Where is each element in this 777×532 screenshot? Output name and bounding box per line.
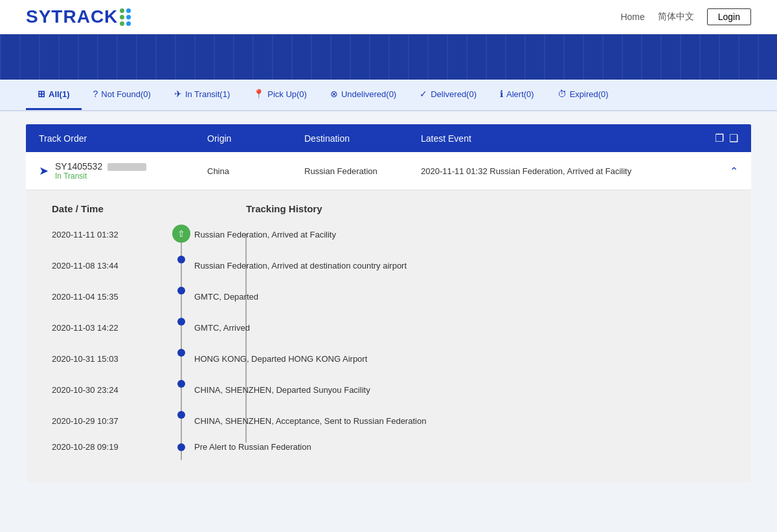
logo-dots [120, 8, 134, 26]
timeline-dot [177, 411, 185, 419]
timeline-dot [177, 349, 185, 357]
logo-dot-3 [120, 15, 124, 19]
event-description: Russian Federation, Arrived at destinati… [194, 261, 725, 271]
timeline-dot [177, 287, 185, 294]
order-latest-event: 2020-11-11 01:32 Russian Federation, Arr… [421, 166, 699, 176]
header-nav: Home 简体中文 Login [620, 8, 751, 25]
alert-icon: ℹ [500, 89, 503, 99]
col-latest-event: Latest Event [421, 133, 699, 144]
tab-alert[interactable]: ℹ Alert(0) [488, 80, 546, 110]
tracking-event-row: 2020-10-28 09:19Pre Alert to Russian Fed… [52, 442, 725, 452]
tracking-event-row: 2020-11-11 01:32⇧Russian Federation, Arr… [52, 225, 725, 244]
order-origin: China [207, 166, 304, 176]
tracking-columns: Date / Time Tracking History [52, 203, 725, 225]
in-transit-icon: ✈ [174, 89, 182, 99]
logo: SYTRACK [26, 6, 134, 27]
tab-in-transit[interactable]: ✈ In Transit(1) [163, 80, 242, 110]
event-time: 2020-10-28 09:19 [52, 442, 168, 452]
table-header: Track Order Origin Destination Latest Ev… [26, 124, 751, 152]
copy-icon-2[interactable]: ❑ [729, 132, 738, 144]
event-description: GMTC, Arrived [194, 323, 725, 333]
tab-all-label: All(1) [49, 89, 70, 99]
timeline-dot [177, 256, 185, 263]
event-description: CHINA, SHENZHEN, Departed Sunyou Facilit… [194, 385, 725, 395]
tab-pick-up[interactable]: 📍 Pick Up(0) [242, 80, 319, 110]
history-header: Tracking History [246, 203, 725, 214]
event-description: GMTC, Departed [194, 292, 725, 302]
timeline-col [168, 256, 194, 275]
timeline-col [168, 349, 194, 368]
home-link[interactable]: Home [620, 12, 644, 22]
all-icon: ⊞ [38, 89, 45, 99]
active-dot: ⇧ [172, 225, 190, 243]
collapse-button[interactable]: ⌃ [699, 165, 738, 177]
event-time: 2020-11-08 13:44 [52, 261, 168, 271]
logo-dot-5 [120, 21, 124, 26]
timeline-dot [177, 443, 185, 451]
tracking-detail: Date / Time Tracking History 2020-11-11 … [26, 190, 751, 483]
logo-dot-6 [126, 21, 131, 26]
event-time: 2020-10-31 15:03 [52, 354, 168, 364]
timeline-col [168, 443, 194, 451]
tab-undelivered[interactable]: ⊗ Undelivered(0) [319, 80, 408, 110]
tracking-event-row: 2020-11-03 14:22GMTC, Arrived [52, 318, 725, 337]
tab-all[interactable]: ⊞ All(1) [26, 80, 82, 110]
pick-up-icon: 📍 [253, 89, 264, 99]
event-time: 2020-11-03 14:22 [52, 323, 168, 333]
tab-pick-up-label: Pick Up(0) [267, 89, 307, 99]
delivered-icon: ✓ [420, 89, 427, 99]
tab-not-found-label: Not Found(0) [101, 89, 151, 99]
event-time: 2020-10-30 23:24 [52, 385, 168, 395]
tracking-event-row: 2020-10-30 23:24CHINA, SHENZHEN, Departe… [52, 380, 725, 399]
tabs: ⊞ All(1) ? Not Found(0) ✈ In Transit(1) … [26, 80, 751, 110]
undelivered-icon: ⊗ [330, 89, 338, 99]
event-time: 2020-11-04 15:35 [52, 292, 168, 302]
expired-icon: ⏱ [557, 89, 567, 99]
tab-not-found[interactable]: ? Not Found(0) [82, 80, 163, 110]
banner [0, 34, 777, 80]
transit-arrow-icon: ➤ [39, 164, 49, 178]
event-description: CHINA, SHENZHEN, Acceptance, Sent to Rus… [194, 416, 725, 426]
tab-expired-label: Expired(0) [570, 89, 609, 99]
logo-text: SYTRACK [26, 6, 118, 27]
timeline: 2020-11-11 01:32⇧Russian Federation, Arr… [52, 225, 725, 452]
not-found-icon: ? [93, 89, 98, 99]
tracking-event-row: 2020-10-31 15:03HONG KONG, Departed HONG… [52, 349, 725, 368]
order-row: ➤ SY1405532 In Transit China Russian Fed… [26, 152, 751, 190]
tab-undelivered-label: Undelivered(0) [341, 89, 396, 99]
order-status: In Transit [55, 172, 146, 181]
timeline-col [168, 380, 194, 399]
language-link[interactable]: 简体中文 [658, 11, 694, 23]
event-description: HONG KONG, Departed HONG KONG Airport [194, 354, 725, 364]
login-button[interactable]: Login [707, 8, 751, 25]
date-time-col: Date / Time [52, 203, 246, 225]
timeline-col [168, 318, 194, 337]
timeline-dot [177, 380, 185, 388]
tab-alert-label: Alert(0) [506, 89, 534, 99]
timeline-col: ⇧ [168, 225, 194, 244]
timeline-col [168, 287, 194, 306]
tracking-event-row: 2020-11-04 15:35GMTC, Departed [52, 287, 725, 306]
copy-icon-1[interactable]: ❐ [715, 132, 724, 144]
order-destination: Russian Federation [304, 166, 421, 176]
col-origin: Origin [207, 133, 304, 144]
logo-dot-4 [126, 15, 131, 19]
tracking-event-row: 2020-10-29 10:37CHINA, SHENZHEN, Accepta… [52, 411, 725, 430]
col-destination: Destination [304, 133, 421, 144]
col-track-order: Track Order [39, 133, 207, 144]
event-time: 2020-10-29 10:37 [52, 416, 168, 426]
tab-expired[interactable]: ⏱ Expired(0) [546, 80, 620, 110]
event-description: Russian Federation, Arrived at Facility [194, 230, 725, 239]
tab-delivered[interactable]: ✓ Delivered(0) [408, 80, 488, 110]
header: SYTRACK Home 简体中文 Login [0, 0, 777, 34]
history-col: Tracking History [246, 203, 725, 225]
event-time: 2020-11-11 01:32 [52, 230, 168, 239]
date-time-header: Date / Time [52, 203, 246, 214]
main-content: Track Order Origin Destination Latest Ev… [0, 111, 777, 496]
header-icons: ❐ ❑ [699, 132, 738, 144]
tracking-event-row: 2020-11-08 13:44Russian Federation, Arri… [52, 256, 725, 275]
order-id-cell: ➤ SY1405532 In Transit [39, 161, 207, 181]
timeline-dot [177, 318, 185, 326]
event-description: Pre Alert to Russian Federation [194, 442, 725, 452]
timeline-col [168, 411, 194, 430]
